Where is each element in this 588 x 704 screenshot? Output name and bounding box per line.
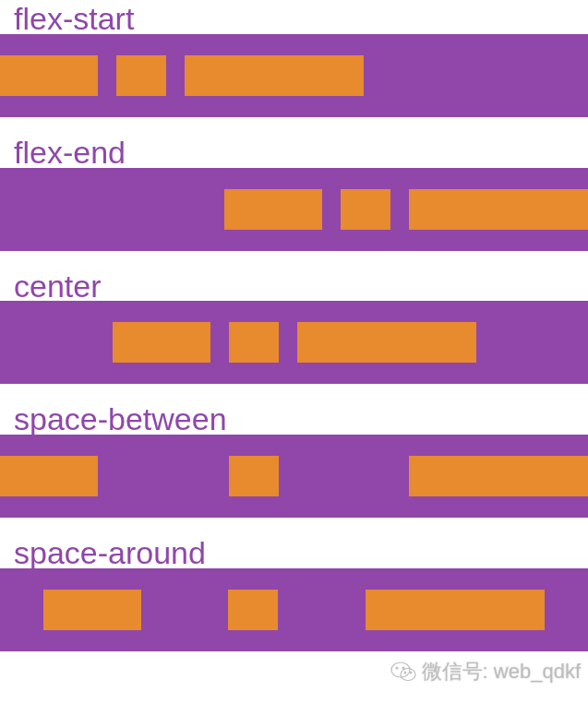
flex-item [366, 590, 545, 630]
flex-section-flex-start: flex-start [0, 0, 588, 117]
flex-container [0, 34, 588, 117]
flex-item [116, 55, 166, 96]
flex-item [341, 189, 390, 230]
flex-section-space-around: space-around [0, 534, 588, 651]
flex-section-center: center [0, 268, 588, 385]
flex-item [229, 456, 279, 496]
flex-container [0, 301, 588, 384]
section-label: space-around [0, 534, 588, 572]
flex-section-flex-end: flex-end [0, 134, 588, 251]
flex-item [185, 55, 364, 96]
svg-point-5 [410, 672, 412, 674]
flex-container [0, 435, 588, 518]
flex-container [0, 568, 588, 651]
svg-point-4 [404, 672, 406, 674]
flex-item [229, 322, 279, 363]
watermark: 微信号: web_qdkf [390, 658, 581, 686]
svg-point-2 [396, 667, 398, 669]
flex-item [224, 189, 322, 230]
section-label: flex-end [0, 134, 588, 172]
flex-item [409, 456, 588, 496]
svg-point-3 [402, 667, 404, 669]
flex-item [0, 456, 98, 496]
flex-item [297, 322, 476, 363]
section-label: space-between [0, 400, 588, 438]
watermark-text: 微信号: web_qdkf [422, 658, 581, 686]
flex-section-space-between: space-between [0, 400, 588, 518]
flex-item [113, 322, 210, 363]
flex-item [43, 590, 141, 630]
section-label: center [0, 268, 588, 305]
flex-item [409, 189, 588, 230]
section-label: flex-start [0, 0, 588, 38]
flex-item [0, 55, 98, 96]
flex-container [0, 168, 588, 251]
flex-item [228, 590, 278, 630]
wechat-icon [390, 661, 416, 683]
